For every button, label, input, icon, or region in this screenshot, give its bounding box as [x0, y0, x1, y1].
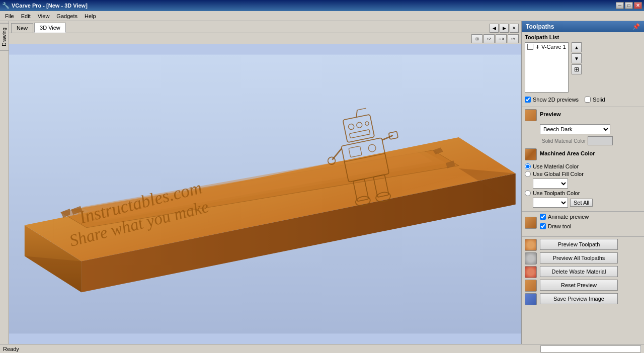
toolpath-list-row: ⬇ V-Carve 1: [525, 42, 641, 95]
preview-all-row: Preview All Toolpaths: [525, 252, 641, 264]
machined-area-label: Machined Area Color: [540, 150, 595, 156]
draw-tool-label[interactable]: Draw tool: [548, 223, 571, 229]
reset-preview-icon: [525, 280, 537, 292]
maximize-button[interactable]: □: [625, 2, 633, 9]
menu-edit[interactable]: Edit: [18, 12, 34, 20]
animate-label[interactable]: Animate preview: [548, 214, 589, 220]
view-y-button[interactable]: ↕Y: [508, 34, 519, 43]
use-material-radio[interactable]: [525, 163, 531, 169]
preview-all-button[interactable]: Preview All Toolpaths: [540, 252, 618, 263]
status-right-panel: [540, 345, 641, 352]
reset-preview-button[interactable]: Reset Preview: [540, 280, 618, 291]
toolpath-checkbox[interactable]: [527, 44, 533, 50]
vcarve-icon: ⬇: [535, 44, 539, 50]
use-global-label[interactable]: Use Global Fill Color: [533, 171, 584, 177]
show-2d-checkbox[interactable]: [525, 97, 531, 103]
view-x-button[interactable]: ↔X: [496, 34, 507, 43]
title-bar-text: VCarve Pro - [New - 3D View]: [12, 3, 88, 9]
reset-preview-row: Reset Preview: [525, 280, 641, 292]
solid-color-swatch[interactable]: [588, 136, 613, 145]
solid-checkbox[interactable]: [585, 97, 591, 103]
save-preview-row: Save Preview Image: [525, 293, 641, 305]
menu-bar: File Edit View Gadgets Help: [0, 11, 644, 21]
panel-title: Toolpaths: [526, 23, 554, 30]
viewport-controls: ⊞ ↕Z ↔X ↕Y: [9, 33, 521, 44]
close-button[interactable]: ✕: [634, 2, 642, 9]
show-2d-checkbox-row: Show 2D previews: [525, 97, 579, 103]
preview-section-icon: [525, 109, 537, 121]
preview-toolpath-button[interactable]: Preview Toolpath: [540, 239, 618, 250]
toolpath-list-section: Toolpath List ⬇ V-Carve 1: [522, 32, 644, 107]
toolpath-move-up-button[interactable]: [572, 42, 582, 52]
material-dropdown[interactable]: Beech Dark Pine Oak Walnut Cherry MDF: [540, 124, 610, 134]
action-buttons-section: Preview Toolpath Preview All Toolpaths D…: [522, 237, 644, 309]
3d-canvas[interactable]: Instructables.com Share what you make: [9, 44, 521, 344]
menu-help[interactable]: Help: [82, 12, 99, 20]
title-bar-left: 🔧 VCarve Pro - [New - 3D View]: [2, 2, 88, 9]
nav-close-button[interactable]: ✕: [510, 24, 519, 33]
panel-header: Toolpaths 📌: [522, 21, 644, 32]
status-bar: Ready: [0, 344, 644, 353]
viewport-area: New 3D View ◀ ▶ ✕ ⊞ ↕Z ↔X ↕Y: [9, 21, 521, 344]
use-material-label[interactable]: Use Material Color: [533, 163, 579, 169]
right-panel: Toolpaths 📌 Toolpath List ⬇ V-Carve 1: [521, 21, 644, 344]
menu-gadgets[interactable]: Gadgets: [53, 12, 80, 20]
minimize-button[interactable]: ─: [616, 2, 624, 9]
title-bar-controls[interactable]: ─ □ ✕: [616, 2, 642, 9]
app-icon: 🔧: [2, 2, 10, 9]
toolpath-calc-button[interactable]: [572, 64, 582, 74]
preview-section: Preview Beech Dark Pine Oak Walnut Cherr…: [522, 107, 644, 212]
main-layout: Drawing New 3D View ◀ ▶ ✕ ⊞ ↕Z ↔X ↕Y: [0, 21, 644, 344]
animate-preview-checkbox[interactable]: [540, 214, 546, 220]
use-toolpath-label[interactable]: Use Toolpath Color: [533, 190, 580, 196]
delete-waste-icon: [525, 266, 537, 278]
animate-section: Animate preview Draw tool: [522, 212, 644, 237]
draw-tool-checkbox[interactable]: [540, 223, 546, 229]
use-global-radio[interactable]: [525, 171, 531, 177]
save-preview-button[interactable]: Save Preview Image: [540, 293, 618, 304]
machined-area-icon: [525, 148, 537, 160]
preview-section-title: Preview: [540, 111, 561, 117]
drawing-tab[interactable]: Drawing: [0, 23, 9, 51]
toolpath-list[interactable]: ⬇ V-Carve 1: [525, 42, 569, 93]
toolpath-move-down-button[interactable]: [572, 53, 582, 63]
draw-tool-checkbox-row: Draw tool: [540, 223, 589, 229]
menu-file[interactable]: File: [2, 12, 17, 20]
show-2d-label[interactable]: Show 2D previews: [533, 97, 579, 103]
preview-toolpath-row: Preview Toolpath: [525, 239, 641, 251]
toolpath-list-title: Toolpath List: [525, 34, 641, 40]
solid-label[interactable]: Solid: [593, 97, 605, 103]
use-material-color-row: Use Material Color: [525, 163, 641, 169]
tab-new[interactable]: New: [11, 23, 33, 33]
use-toolpath-color-row: Use Toolpath Color: [525, 190, 641, 196]
delete-waste-button[interactable]: Delete Waste Material: [540, 266, 618, 277]
view-z-button[interactable]: ↕Z: [484, 34, 495, 43]
global-fill-dropdown[interactable]: [533, 179, 568, 189]
toolpath-color-row: Set All: [533, 198, 641, 208]
machined-area-row: Machined Area Color: [525, 148, 641, 160]
menu-view[interactable]: View: [35, 12, 53, 20]
panel-pin-button[interactable]: 📌: [632, 23, 640, 30]
preview-toolpath-icon: [525, 239, 537, 251]
tab-bar: New 3D View ◀ ▶ ✕: [9, 21, 521, 33]
global-fill-color-row: [533, 179, 641, 189]
use-toolpath-radio[interactable]: [525, 190, 531, 196]
preview-title-row: Preview: [525, 109, 641, 121]
title-bar: 🔧 VCarve Pro - [New - 3D View] ─ □ ✕: [0, 0, 644, 11]
nav-prev-button[interactable]: ◀: [490, 24, 499, 33]
use-global-fill-row: Use Global Fill Color: [525, 171, 641, 177]
animate-row: Animate preview Draw tool: [525, 214, 641, 231]
left-sidebar: Drawing: [0, 21, 9, 344]
nav-next-button[interactable]: ▶: [500, 24, 509, 33]
toolpath-label: V-Carve 1: [541, 44, 566, 50]
set-all-button[interactable]: Set All: [570, 199, 593, 207]
view-fit-button[interactable]: ⊞: [471, 34, 482, 43]
panel-header-controls[interactable]: 📌: [632, 23, 640, 30]
delete-waste-row: Delete Waste Material: [525, 266, 641, 278]
save-preview-icon: [525, 293, 537, 305]
animate-checkbox-row: Animate preview: [540, 214, 589, 220]
status-text: Ready: [3, 346, 538, 352]
toolpath-color-dropdown[interactable]: [533, 198, 568, 208]
toolpath-buttons: [572, 42, 582, 95]
tab-3d-view[interactable]: 3D View: [34, 23, 66, 33]
